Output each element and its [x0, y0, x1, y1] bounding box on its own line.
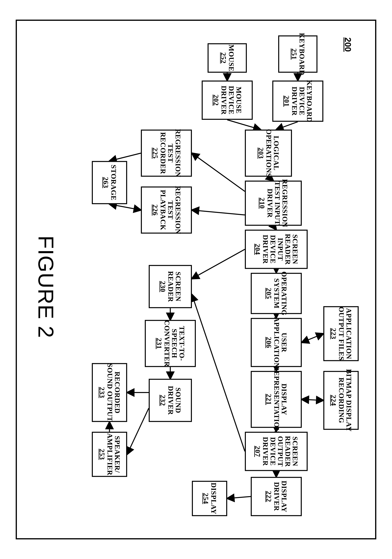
box-mouse: MOUSE252: [208, 43, 247, 73]
arrow: [302, 334, 323, 342]
box-label-line: DISPLAY: [280, 481, 288, 512]
box-label-line: STORAGE: [110, 165, 117, 200]
box-label-line: SCREEN: [291, 436, 299, 466]
box-label-line: LOGICAL: [272, 136, 280, 170]
box-label-line: OUTPUT: [276, 436, 284, 466]
box-ref-number: 203: [257, 148, 264, 159]
box-label-line: SCREEN: [174, 271, 182, 301]
box-label-line: DISPLAY: [210, 483, 217, 514]
arrow: [273, 226, 276, 230]
box-label-line: KEYBOARD: [306, 80, 313, 122]
box-label-line: DRIVER: [266, 188, 273, 218]
arrow: [192, 294, 245, 451]
box-label-line: READER: [284, 234, 291, 265]
box-label-line: TEST: [167, 201, 174, 219]
box-label-line: DRIVER: [290, 86, 298, 116]
box-ref-number: 205: [265, 288, 272, 299]
box-ref-number: 233: [98, 387, 106, 398]
box-regression-test-playback: REGRESSIONTESTPLAYBACK226: [141, 186, 192, 233]
box-display-representation: DISPLAYREPRESENTATION221: [251, 371, 302, 428]
box-label-line: REGRESSION: [281, 179, 289, 227]
figure-label: FIGURE 2: [34, 235, 58, 338]
box-label-line: SPEECH: [170, 329, 178, 358]
box-ref-number: 252: [220, 52, 227, 64]
system-ref-label: 200: [343, 37, 353, 52]
box-ref-number: 231: [155, 338, 163, 349]
box-logical-operations: LOGICALOPERATIONS203: [245, 130, 292, 177]
arrow: [227, 496, 251, 498]
box-label-line: TEST INPUT: [273, 181, 281, 225]
box-text-to-speech-converter: TEXT-TO-SPEECHCONVERTER231: [145, 320, 196, 367]
arrow: [192, 153, 245, 191]
box-label-line: DEVICE: [227, 86, 235, 114]
box-ref-number: 232: [159, 395, 166, 406]
box-ref-number: 225: [151, 148, 159, 159]
arrow: [192, 249, 245, 279]
box-label-line: READER: [167, 271, 174, 302]
box-label-line: REGRESSION: [174, 129, 181, 177]
box-label-line: DEVICE: [269, 437, 276, 466]
box-label-line: SOUND OUTPUT: [106, 363, 113, 421]
box-screen-reader-output-device-driver: SCREENREADEROUTPUTDEVICEDRIVER207: [245, 432, 308, 471]
box-label-line: INPUT: [276, 238, 284, 261]
box-label-line: REPRESENTATION: [273, 366, 280, 433]
arrow: [127, 408, 149, 454]
box-screen-reader: SCREENREADER230: [149, 265, 192, 308]
box-application-output-files: APPLICATIONOUTPUT FILES223: [323, 306, 359, 361]
box-label-line: USER: [280, 333, 288, 352]
diagram-canvas: 200 KEYBOARD251 KEYBOARDDEVICEDRIVER201 …: [16, 20, 376, 539]
box-label-line: DRIVER: [261, 235, 269, 264]
box-label-line: SYSTEM: [273, 278, 280, 308]
box-label-line: TEXT-TO-: [178, 326, 185, 361]
box-recorded-sound-output: RECORDEDSOUND OUTPUT233: [92, 363, 127, 422]
box-ref-number: 226: [151, 205, 159, 216]
arrow: [276, 122, 298, 130]
box-ref-number: 254: [202, 493, 209, 504]
box-label-line: AMPLIFIER: [106, 433, 113, 475]
box-display: DISPLAY254: [192, 481, 227, 516]
page: 200 KEYBOARD251 KEYBOARDDEVICEDRIVER201 …: [0, 0, 392, 559]
box-ref-number: 230: [159, 281, 166, 292]
box-bitmap-display-recording: BITMAP DISPLAYRECORDING224: [323, 371, 359, 430]
box-ref-number: 253: [98, 449, 106, 460]
box-label-line: DRIVER: [261, 437, 269, 466]
arrow: [110, 153, 141, 161]
box-ref-number: 221: [265, 394, 272, 405]
box-label-line: MOUSE: [235, 86, 242, 113]
box-ref-number: 206: [265, 337, 272, 348]
box-label-line: DRIVER: [273, 482, 280, 511]
box-regression-test-input-driver: REGRESSIONTEST INPUTDRIVER210: [245, 180, 302, 226]
box-label-line: BITMAP DISPLAY: [345, 369, 352, 432]
arrow: [302, 399, 323, 400]
box-keyboard-device-driver: KEYBOARDDEVICEDRIVER201: [272, 80, 323, 122]
box-speaker-amplifier: SPEAKER/AMPLIFIER253: [92, 432, 127, 477]
arrow: [110, 204, 141, 210]
box-label-line: TEST: [167, 144, 174, 162]
box-ref-number: 222: [265, 491, 272, 502]
box-storage: STORAGE263: [92, 161, 127, 204]
box-label-line: SCREEN: [291, 234, 299, 264]
box-ref-number: 251: [290, 48, 298, 60]
box-label-line: DISPLAY: [280, 383, 288, 415]
box-keyboard: KEYBOARD251: [278, 35, 317, 73]
box-ref-number: 201: [283, 95, 290, 107]
box-label-line: RECORDING: [337, 377, 345, 423]
box-user-application: USERAPPLICATION206: [251, 318, 302, 367]
box-ref-number: 204: [254, 244, 261, 255]
box-sound-driver: SOUNDDRIVER232: [149, 379, 192, 422]
box-label-line: KEYBOARD: [298, 33, 306, 75]
box-label-line: RECORDER: [159, 132, 167, 174]
outer-frame: 200 KEYBOARD251 KEYBOARDDEVICEDRIVER201 …: [16, 20, 376, 539]
box-regression-test-recorder: REGRESSIONTESTRECORDER225: [141, 130, 192, 177]
box-screen-reader-input-device-driver: SCREENREADERINPUTDEVICEDRIVER204: [245, 230, 308, 269]
box-label-line: OUTPUT FILES: [337, 307, 345, 360]
box-mouse-device-driver: MOUSEDEVICEDRIVER202: [202, 80, 253, 120]
arrow: [192, 210, 245, 215]
box-label-line: DRIVER: [167, 386, 174, 415]
box-label-line: PLAYBACK: [159, 190, 167, 230]
box-label-line: SPEAKER/: [113, 436, 121, 473]
box-ref-number: 263: [102, 177, 109, 188]
box-label-line: MOUSE: [227, 45, 235, 71]
box-label-line: APPLICATION: [345, 308, 352, 359]
box-label-line: OPERATING: [280, 271, 288, 315]
